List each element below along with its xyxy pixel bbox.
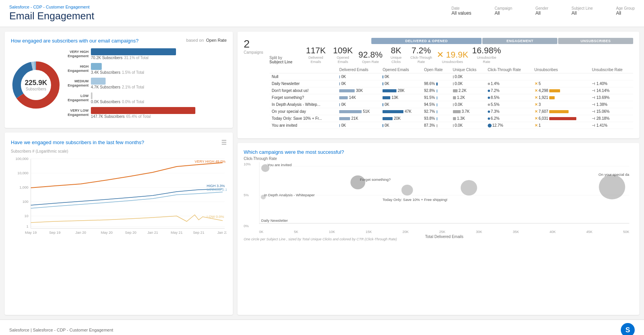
- table-row: Forget something? 14K 13K 91.5% ▮ 1.2K 8…: [270, 94, 633, 101]
- svg-text:100: 100: [22, 200, 29, 204]
- gender-filter-label: Gender: [535, 6, 548, 10]
- x-label-10k: 10K: [329, 230, 335, 234]
- svg-text:May 19: May 19: [25, 231, 36, 235]
- row-unsub-rate: ⊣ 28.18%: [589, 115, 633, 122]
- svg-text:Jan 21: Jan 21: [147, 231, 158, 235]
- row-unsub-rate: [589, 73, 633, 80]
- bubble-svg: You are invited Daily Newsletter In Dept…: [259, 162, 629, 228]
- bubble-special-day: [599, 175, 625, 199]
- row-name: In Depth Analysis - Whitep...: [270, 101, 337, 108]
- row-opened: 0K: [380, 80, 422, 87]
- th-delivered: Delivered Emails: [337, 66, 380, 73]
- very-low-bar-area: 147.7K Subscribers 65.4% of Total: [91, 107, 227, 119]
- metric-unique-clicks: 8K UniqueClicks: [386, 46, 406, 64]
- svg-text:MEDIUM 2.1%: MEDIUM 2.1%: [207, 188, 227, 192]
- very-high-row: VERY HIGH Engagement 70.2K Subscribers 3…: [67, 48, 227, 60]
- metric-ctr: 7.2% Click-ThroughRate: [410, 46, 433, 64]
- medium-count: 4.7K Subscribers: [91, 85, 120, 89]
- metric-opened: 109K OpenedEmails: [331, 46, 355, 64]
- row-open-rate: 92.7% ▮: [422, 108, 450, 115]
- x-label-20k: 20K: [402, 230, 408, 234]
- very-low-bar: [91, 107, 195, 114]
- metric-unsub-rate: 16.98% UnsubscribeRate: [472, 46, 501, 64]
- row-name: Today Only: Save 10% + Fr...: [270, 115, 337, 122]
- row-unsubs: ✕ 5: [532, 80, 590, 87]
- metric-unsubscribes: ✕ 19.9K Unsubscribes: [437, 50, 468, 64]
- very-low-label: VERY LOW Engagement: [67, 109, 89, 117]
- row-open-rate: 92.8% ▮: [422, 87, 450, 94]
- x-label-45k: 45K: [586, 230, 593, 234]
- timeline-chart: 100,000 10,000 1,000 100 10 1 May 19 Sep…: [11, 155, 227, 240]
- row-name: Forget something?: [270, 94, 337, 101]
- subject-line-filter[interactable]: Subject Line All: [572, 6, 593, 16]
- svg-text:HIGH 3.3%: HIGH 3.3%: [207, 184, 225, 188]
- row-clicks: 0.0K: [451, 73, 485, 80]
- salesforce-logo: S: [621, 323, 635, 335]
- bubble-label-depth: In Depth Analysis - Whitepaper: [264, 193, 315, 197]
- split-by-label: Split by Subject Line: [270, 56, 301, 64]
- age-group-filter[interactable]: Age Group All: [616, 6, 635, 16]
- th-open-rate: Open Rate: [422, 66, 450, 73]
- main-content: How engaged are subscribers with our ema…: [0, 27, 644, 320]
- medium-bar-area: 4.7K Subscribers 2.1% of Total: [91, 78, 227, 89]
- row-delivered: 51K: [337, 108, 380, 115]
- high-label: HIGH Engagement: [67, 65, 89, 73]
- x-label-5k: 5K: [294, 230, 298, 234]
- x-label-30k: 30K: [476, 230, 482, 234]
- engagement-body: 225.9K Subscribers VERY HIGH Engagement …: [11, 48, 227, 122]
- donut-center: 225.9K Subscribers: [25, 79, 47, 91]
- low-bar: [91, 92, 92, 99]
- row-delivered: 14K: [337, 94, 380, 101]
- right-panel: 2 Campaigns DELIVERED & OPENED ENGAGEMEN…: [237, 32, 639, 315]
- table-row: Daily Newsletter 0K 0K 98.6% ▮ 0.0K 1.4%…: [270, 80, 633, 87]
- gender-filter[interactable]: Gender All: [535, 6, 548, 16]
- menu-icon[interactable]: ☰: [221, 139, 227, 146]
- campaign-filter[interactable]: Campaign All: [495, 6, 512, 16]
- gender-filter-value: All: [535, 10, 548, 16]
- row-unsubs: ✕ 6,031: [532, 115, 590, 122]
- row-opened: 0K: [380, 73, 422, 80]
- svg-text:LOW 0.0%: LOW 0.0%: [207, 215, 224, 219]
- row-unsubs: ✕ 1: [532, 122, 590, 129]
- row-clicks: 3.7K: [451, 108, 485, 115]
- campaigns-label: Campaigns: [244, 50, 263, 54]
- bubble-x-axis: 0K 5K 10K 15K 20K 25K 30K 35K 40K 45K 50…: [259, 230, 629, 234]
- metric-delivered: 117K DeliveredEmails: [304, 46, 328, 64]
- header-filters: Date All values Campaign All Gender All …: [451, 5, 635, 16]
- high-bar: [91, 63, 102, 70]
- medium-bar: [91, 78, 106, 85]
- bubble-y-axis: 10% 5% 0%: [244, 162, 251, 228]
- metrics-row: Split by Subject Line 117K DeliveredEmai…: [270, 46, 633, 64]
- row-name: On your special day: [270, 108, 337, 115]
- row-ctr: 8.5%: [485, 94, 532, 101]
- table-row: On your special day 51K 47K 92.7% ▮ 3.7K…: [270, 108, 633, 115]
- bubble-label-today: Today Only: Save 10% + Free shipping!: [383, 198, 448, 202]
- table-row: In Depth Analysis - Whitep... 0K 0K 94.5…: [270, 101, 633, 108]
- row-name: Don't forget about us!: [270, 87, 337, 94]
- svg-text:1: 1: [26, 224, 28, 228]
- row-unsubs: ✕ 3: [532, 101, 590, 108]
- page-title: Email Engagement: [9, 10, 94, 22]
- row-clicks: 0.0K: [451, 122, 485, 129]
- low-row: LOW Engagement 0.0K Subscribers 0.0% of …: [67, 92, 227, 104]
- row-opened: 47K: [380, 108, 422, 115]
- based-on-value: Open Rate: [206, 38, 227, 43]
- engagement-card-title: How engaged are subscribers with our ema…: [11, 38, 138, 44]
- table-row: You are invited 0K 0K 87.3% ▮ 0.0K 12.7%…: [270, 122, 633, 129]
- date-filter[interactable]: Date All values: [451, 6, 471, 16]
- bubble-chart-title: Which campaigns were the most successful…: [244, 149, 633, 155]
- metric-open-rate: 92.8% Open Rate: [359, 50, 383, 64]
- row-opened: 20K: [380, 115, 422, 122]
- svg-text:Jan 20: Jan 20: [75, 231, 86, 235]
- row-ctr: 5.5%: [485, 101, 532, 108]
- row-ctr: 1.4%: [485, 80, 532, 87]
- campaigns-data-table: Delivered Emails Opened Emails Open Rate…: [270, 66, 633, 129]
- subject-line-filter-value: All: [572, 10, 593, 16]
- row-unsub-rate: ⊣ 1.40%: [589, 80, 633, 87]
- svg-text:10,000: 10,000: [17, 171, 28, 175]
- row-ctr: 6.2%: [485, 115, 532, 122]
- svg-text:Sep 20: Sep 20: [125, 231, 136, 235]
- date-filter-label: Date: [451, 6, 471, 10]
- th-opened: Opened Emails: [380, 66, 422, 73]
- row-delivered: 0K: [337, 80, 380, 87]
